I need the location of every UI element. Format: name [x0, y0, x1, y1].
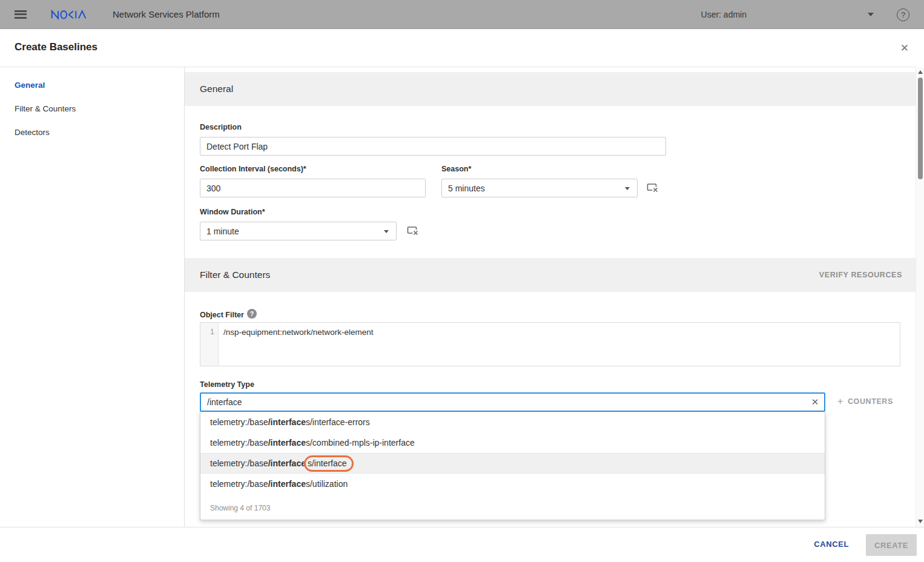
scroll-up-icon[interactable] [918, 70, 923, 74]
object-filter-help-glyph: ? [250, 310, 254, 317]
object-filter-editor: 1 /nsp-equipment:network/network-element [200, 322, 900, 366]
season-chevron-down-icon [625, 187, 630, 190]
general-section-title: General [200, 84, 233, 94]
option-prefix: telemetry:/base [210, 458, 268, 468]
option-suffix: s/combined-mpls-ip-interface [306, 438, 415, 448]
telemetry-option-interface-errors[interactable]: telemetry:/base/interfaces/interface-err… [200, 412, 825, 432]
help-icon[interactable]: ? [897, 8, 909, 21]
filter-counters-section-header: Filter & Counters VERIFY RESOURCES [185, 258, 916, 292]
dropdown-result-count: Showing 4 of 1703 [200, 494, 825, 512]
object-filter-code[interactable]: /nsp-equipment:network/network-element [219, 323, 900, 366]
cancel-button[interactable]: CANCEL [814, 540, 849, 549]
description-field[interactable] [200, 137, 666, 156]
nokia-logo [51, 9, 88, 20]
filter-counters-section-title: Filter & Counters [200, 269, 270, 280]
window-duration-clear-selection-icon[interactable] [407, 226, 420, 237]
description-label: Description [200, 123, 242, 131]
season-value: 5 minutes [448, 183, 485, 193]
telemetry-option-combined-mpls-ip-interface[interactable]: telemetry:/base/interfaces/combined-mpls… [200, 432, 825, 453]
page-title: Create Baselines [15, 41, 97, 53]
help-glyph: ? [901, 10, 905, 19]
plus-icon: + [837, 396, 843, 407]
window-duration-chevron-down-icon [384, 230, 389, 233]
option-match: /interface [268, 438, 306, 448]
create-button[interactable]: CREATE [866, 534, 917, 556]
option-match: /interface [268, 479, 306, 489]
object-filter-help-icon[interactable]: ? [247, 309, 257, 319]
window-duration-value: 1 minute [206, 226, 239, 236]
app-title: Network Services Platform [113, 9, 220, 19]
telemetry-type-input-wrap: ✕ [200, 392, 825, 412]
scrollbar-thumb[interactable] [918, 78, 923, 179]
option-prefix: telemetry:/base [210, 479, 268, 489]
window-duration-select[interactable]: 1 minute [200, 222, 397, 240]
user-label: User: admin [701, 10, 747, 19]
annotation-oval: s/interface [304, 455, 354, 472]
telemetry-type-label: Telemetry Type [200, 380, 254, 389]
collection-interval-field[interactable] [200, 179, 426, 197]
season-select[interactable]: 5 minutes [441, 179, 638, 197]
telemetry-type-input[interactable] [201, 397, 806, 407]
dialog-footer: CANCEL CREATE [0, 527, 924, 562]
option-match: /interface [268, 417, 306, 427]
option-prefix: telemetry:/base [210, 417, 268, 427]
telemetry-type-clear-icon[interactable]: ✕ [806, 397, 824, 408]
scroll-down-icon[interactable] [918, 520, 923, 523]
sidebar-item-general[interactable]: General [0, 73, 184, 97]
editor-line-number: 1 [200, 323, 219, 366]
option-match: /interface [268, 458, 306, 468]
vertical-scrollbar [916, 67, 924, 527]
option-suffix: s/interface-errors [306, 417, 370, 427]
counters-button-label: COUNTERS [848, 397, 893, 406]
close-icon[interactable]: ✕ [900, 42, 909, 55]
user-menu-chevron-down-icon[interactable] [868, 13, 874, 16]
object-filter-label: Object Filter [200, 311, 244, 319]
dialog-content: General Description Collection Interval … [185, 67, 916, 527]
collection-interval-label: Collection Interval (seconds)* [200, 165, 306, 173]
telemetry-option-utilization[interactable]: telemetry:/base/interfaces/utilization [200, 474, 825, 494]
season-label: Season* [441, 165, 471, 173]
option-prefix: telemetry:/base [210, 438, 268, 448]
verify-resources-button[interactable]: VERIFY RESOURCES [819, 271, 902, 279]
create-baselines-screen: Network Services Platform User: admin ? … [0, 0, 924, 562]
general-section-header: General [185, 72, 916, 106]
sidebar: General Filter & Counters Detectors [0, 67, 185, 527]
sidebar-item-filter-counters[interactable]: Filter & Counters [0, 97, 184, 121]
add-counters-button[interactable]: + COUNTERS [837, 396, 893, 407]
season-clear-selection-icon[interactable] [647, 183, 660, 194]
dialog-header: Create Baselines ✕ [0, 29, 924, 67]
telemetry-type-dropdown: telemetry:/base/interfaces/interface-err… [200, 412, 825, 520]
window-duration-label: Window Duration* [200, 208, 265, 216]
menu-icon[interactable] [15, 10, 27, 19]
topbar: Network Services Platform User: admin ? [0, 0, 924, 29]
sidebar-item-detectors[interactable]: Detectors [0, 121, 184, 144]
option-suffix: s/utilization [306, 479, 348, 489]
telemetry-option-interface[interactable]: telemetry:/base/interfaces/interface [200, 453, 825, 474]
